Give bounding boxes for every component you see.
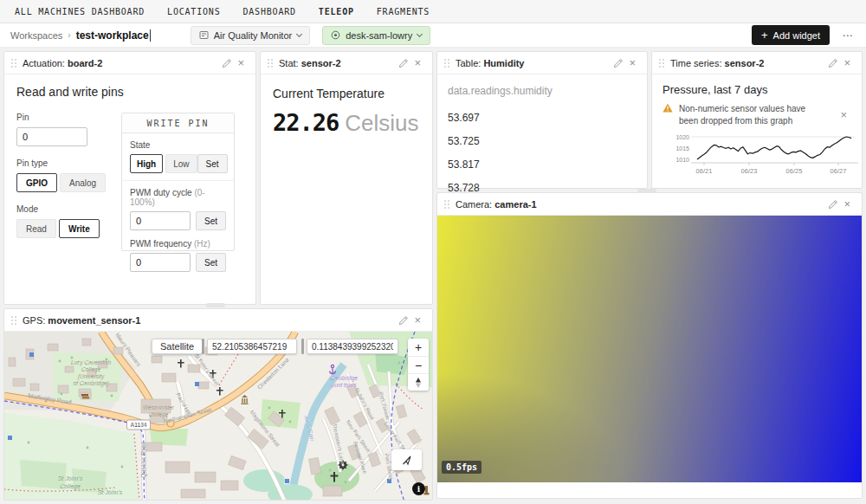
svg-text:of Cambridge): of Cambridge) — [73, 380, 108, 387]
state-high-button[interactable]: High — [130, 154, 163, 173]
table-row: 53.697 — [448, 106, 637, 129]
chevron-down-icon — [296, 30, 302, 36]
nav-tab-dashboard[interactable]: DASHBOARD — [242, 7, 295, 16]
edit-widget-icon[interactable] — [825, 58, 841, 68]
widget-timeseries: Time series: sensor-2 × Pressure, last 7… — [651, 51, 863, 189]
state-low-button[interactable]: Low — [165, 154, 197, 173]
edit-widget-icon[interactable] — [396, 315, 411, 326]
widget-title: Time series: — [670, 58, 722, 68]
longitude-input[interactable] — [307, 339, 398, 354]
svg-text:College: College — [81, 366, 100, 373]
widget-header: Table: Humidity × — [437, 52, 647, 74]
warning-icon — [662, 103, 673, 113]
part-selector-label: desk-sam-lowry — [346, 30, 412, 41]
satellite-toggle-button[interactable]: Satellite — [152, 339, 203, 354]
part-icon — [331, 30, 340, 40]
edit-widget-icon[interactable] — [219, 58, 235, 68]
widget-header: Time series: sensor-2 × — [652, 52, 862, 74]
pwm-duty-input[interactable] — [130, 211, 191, 230]
pwm-duty-set-button[interactable]: Set — [196, 211, 226, 230]
drag-handle-icon[interactable] — [11, 59, 16, 68]
workspace-name-input[interactable]: test-workplace — [76, 29, 151, 42]
mode-write-button[interactable]: Write — [59, 219, 100, 238]
svg-text:1010: 1010 — [675, 157, 689, 163]
warning-text: Non-numeric sensor values have been drop… — [679, 103, 824, 126]
map-attribution-info-icon[interactable]: i — [412, 482, 425, 495]
pressure-line-chart[interactable]: 10101015102006/2106/2306/2506/27 — [662, 126, 862, 177]
pin-input[interactable] — [16, 127, 87, 146]
close-widget-icon[interactable]: × — [411, 314, 423, 326]
close-widget-icon[interactable]: × — [626, 57, 638, 68]
dismiss-warning-icon[interactable]: × — [837, 103, 850, 126]
map-canvas[interactable]: Madingley RoadMount PleasantNorthampton … — [4, 332, 432, 500]
zoom-out-button[interactable]: − — [408, 356, 429, 373]
table-row: 53.817 — [448, 152, 637, 176]
edit-widget-icon[interactable] — [396, 58, 411, 68]
nav-tab-fragments[interactable]: FRAGMENTS — [377, 7, 430, 16]
svg-text:06/25: 06/25 — [786, 167, 803, 175]
widget-camera: Camera: camera-1 × 0.5fps — [436, 192, 863, 499]
svg-text:Lucy Cavendish: Lucy Cavendish — [71, 359, 112, 366]
compass-reset-button[interactable] — [408, 373, 429, 391]
nav-tab-teleop[interactable]: TELEOP — [319, 7, 354, 16]
breadcrumb-workspaces[interactable]: Workspaces — [10, 30, 62, 41]
add-widget-button[interactable]: + Add widget — [752, 25, 830, 45]
edit-widget-icon[interactable] — [825, 199, 841, 210]
part-selector-dropdown[interactable]: desk-sam-lowry — [322, 26, 430, 45]
pwm-duty-label: PWM duty cycle (0-100%) — [130, 188, 226, 207]
svg-text:1015: 1015 — [675, 145, 689, 152]
edit-widget-icon[interactable] — [611, 58, 626, 68]
openstreetmap-tiles: Madingley RoadMount PleasantNorthampton … — [4, 332, 432, 500]
widget-title: GPS: — [23, 315, 45, 326]
svg-text:(University: (University — [78, 373, 105, 380]
machine-selector-dropdown[interactable]: Air Quality Monitor — [191, 26, 310, 45]
zoom-in-button[interactable]: + — [408, 339, 429, 356]
widget-title: Stat: — [279, 58, 299, 68]
pin-type-label: Pin type — [16, 158, 113, 168]
pwm-frequency-set-button[interactable]: Set — [196, 253, 226, 272]
breadcrumb-separator: › — [68, 30, 70, 40]
write-pin-panel: WRITE PIN State High Low Set PWM duty cy… — [121, 113, 235, 251]
actuation-heading: Read and write pins — [16, 85, 243, 99]
fps-badge: 0.5fps — [442, 461, 481, 474]
svg-text:St John's: St John's — [98, 489, 123, 495]
close-widget-icon[interactable]: × — [235, 57, 247, 68]
latitude-input[interactable] — [207, 339, 297, 354]
widget-stat: Stat: sensor-2 × Current Temperature 22.… — [260, 51, 433, 305]
grid-resize-handle[interactable] — [637, 189, 656, 193]
coord-divider — [202, 339, 204, 354]
drag-handle-icon[interactable] — [11, 316, 16, 325]
pwm-frequency-label: PWM frequency (Hz) — [130, 239, 226, 249]
widget-title: Camera: — [456, 199, 492, 210]
coord-divider — [301, 339, 304, 354]
svg-text:Queen's Road: Queen's Road — [140, 442, 147, 478]
locate-button[interactable] — [391, 449, 422, 470]
nav-tab-locations[interactable]: LOCATIONS — [167, 7, 220, 16]
grid-resize-handle[interactable] — [206, 303, 225, 307]
close-widget-icon[interactable]: × — [841, 57, 853, 68]
svg-text:Westminster: Westminster — [143, 404, 175, 410]
table-rows: 53.69753.72553.81753.728 — [448, 106, 637, 199]
nav-tab-all-machines-dashboard[interactable]: ALL MACHINES DASHBOARD — [15, 7, 145, 16]
widget-header: Stat: sensor-2 × — [261, 52, 432, 74]
more-options-button[interactable]: ⋯ — [837, 29, 859, 42]
widget-actuation: Actuation: board-2 × Read and write pins… — [3, 51, 256, 305]
close-widget-icon[interactable]: × — [841, 198, 853, 210]
drag-handle-icon[interactable] — [659, 59, 664, 68]
state-set-button[interactable]: Set — [197, 154, 228, 173]
state-label: State — [130, 140, 226, 150]
pwm-frequency-input[interactable] — [130, 253, 191, 272]
top-nav: ALL MACHINES DASHBOARDLOCATIONSDASHBOARD… — [0, 0, 866, 23]
compass-needle-icon — [415, 378, 422, 388]
machine-selector-label: Air Quality Monitor — [214, 30, 292, 41]
mode-read-button[interactable]: Read — [16, 219, 56, 238]
drag-handle-icon[interactable] — [444, 200, 449, 209]
close-widget-icon[interactable]: × — [411, 57, 423, 68]
table-row: 53.725 — [448, 129, 637, 152]
breadcrumb: Workspaces › test-workplace — [10, 29, 151, 42]
pin-type-gpio-button[interactable]: GPIO — [16, 173, 57, 192]
pin-type-analog-button[interactable]: Analog — [60, 173, 106, 192]
svg-text:punt tours: punt tours — [331, 382, 358, 389]
drag-handle-icon[interactable] — [444, 59, 449, 68]
drag-handle-icon[interactable] — [268, 59, 273, 68]
